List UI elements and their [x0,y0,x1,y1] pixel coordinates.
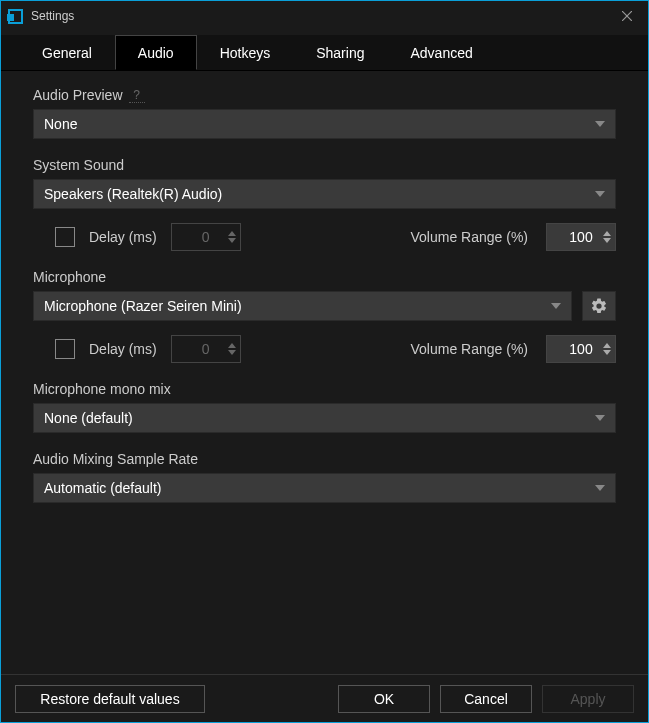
system-volume-value: 100 [569,229,592,245]
mic-delay-stepper[interactable]: 0 [171,335,241,363]
mono-mix-section: Microphone mono mix None (default) [33,381,616,433]
mic-volume-label: Volume Range (%) [410,341,528,357]
apply-button[interactable]: Apply [542,685,634,713]
chevron-up-icon [228,231,236,236]
mono-mix-label: Microphone mono mix [33,381,171,397]
help-icon[interactable]: ? [129,87,145,103]
footer: Restore default values OK Cancel Apply [1,674,648,722]
system-delay-checkbox[interactable] [55,227,75,247]
sample-rate-label: Audio Mixing Sample Rate [33,451,198,467]
window-title: Settings [31,9,74,23]
microphone-settings-button[interactable] [582,291,616,321]
chevron-up-icon [603,343,611,348]
chevron-up-icon [603,231,611,236]
chevron-down-icon [228,350,236,355]
cancel-button[interactable]: Cancel [440,685,532,713]
settings-window: Settings General Audio Hotkeys Sharing A… [0,0,649,723]
audio-preview-value: None [44,116,595,132]
audio-preview-section: Audio Preview ? None [33,87,616,139]
titlebar: Settings [1,1,648,31]
chevron-up-icon [228,343,236,348]
mono-mix-value: None (default) [44,410,595,426]
system-delay-value: 0 [202,229,210,245]
mic-volume-stepper[interactable]: 100 [546,335,616,363]
chevron-down-icon [595,191,605,197]
microphone-label: Microphone [33,269,106,285]
microphone-value: Microphone (Razer Seiren Mini) [44,298,551,314]
ok-button[interactable]: OK [338,685,430,713]
restore-defaults-button[interactable]: Restore default values [15,685,205,713]
close-button[interactable] [612,1,642,31]
system-sound-value: Speakers (Realtek(R) Audio) [44,186,595,202]
app-icon [7,8,23,24]
audio-preview-label: Audio Preview [33,87,123,103]
mic-volume-value: 100 [569,341,592,357]
microphone-section: Microphone Microphone (Razer Seiren Mini… [33,269,616,363]
svg-rect-1 [7,14,14,21]
settings-body: Audio Preview ? None System Sound Speake… [1,71,648,674]
tab-hotkeys[interactable]: Hotkeys [197,35,294,70]
system-delay-label: Delay (ms) [89,229,157,245]
system-sound-dropdown[interactable]: Speakers (Realtek(R) Audio) [33,179,616,209]
chevron-down-icon [551,303,561,309]
mic-delay-value: 0 [202,341,210,357]
tab-advanced[interactable]: Advanced [387,35,495,70]
system-volume-label: Volume Range (%) [410,229,528,245]
sample-rate-section: Audio Mixing Sample Rate Automatic (defa… [33,451,616,503]
chevron-down-icon [595,485,605,491]
chevron-down-icon [595,415,605,421]
chevron-down-icon [603,238,611,243]
microphone-dropdown[interactable]: Microphone (Razer Seiren Mini) [33,291,572,321]
audio-preview-dropdown[interactable]: None [33,109,616,139]
sample-rate-dropdown[interactable]: Automatic (default) [33,473,616,503]
chevron-down-icon [603,350,611,355]
sample-rate-value: Automatic (default) [44,480,595,496]
tab-general[interactable]: General [19,35,115,70]
system-sound-section: System Sound Speakers (Realtek(R) Audio)… [33,157,616,251]
system-sound-label: System Sound [33,157,124,173]
mic-delay-checkbox[interactable] [55,339,75,359]
chevron-down-icon [228,238,236,243]
gear-icon [590,297,608,315]
chevron-down-icon [595,121,605,127]
system-delay-stepper[interactable]: 0 [171,223,241,251]
tabbar: General Audio Hotkeys Sharing Advanced [1,35,648,71]
tab-audio[interactable]: Audio [115,35,197,70]
mono-mix-dropdown[interactable]: None (default) [33,403,616,433]
system-volume-stepper[interactable]: 100 [546,223,616,251]
mic-delay-label: Delay (ms) [89,341,157,357]
tab-sharing[interactable]: Sharing [293,35,387,70]
